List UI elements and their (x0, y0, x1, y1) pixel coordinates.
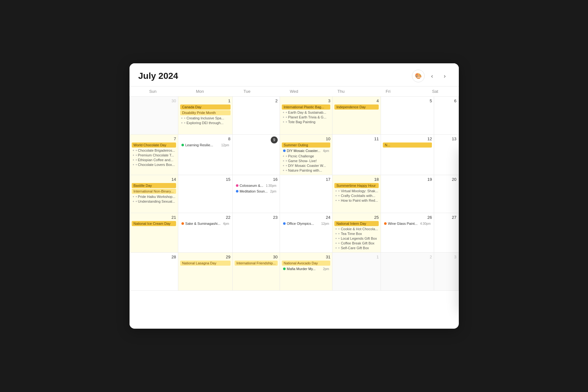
calendar-cell[interactable]: 28 (130, 253, 178, 291)
event-item[interactable]: ✦Crafty Cocktails with... (334, 193, 379, 198)
day-headers-row: Sun Mon Tue Wed Thu Fri Sat (130, 86, 459, 97)
calendar-cell[interactable]: 30 (130, 97, 178, 135)
event-timed[interactable]: Office Olympics...12pm (282, 221, 331, 226)
event-timed[interactable]: Learning Resilie...12pm (180, 142, 231, 148)
event-item[interactable]: ✦Earth Day & Sustainab... (282, 110, 331, 115)
calendar-cell[interactable]: 20 (434, 175, 458, 213)
calendar-cell[interactable]: 15 (178, 175, 233, 213)
event-timed[interactable]: Wine Glass Paint...4:30pm (383, 221, 432, 226)
event-item[interactable]: ✦Premium Chocolate T... (132, 153, 176, 157)
next-month-button[interactable]: › (440, 71, 450, 81)
event-item[interactable]: ✦How to Paint with Red... (334, 198, 379, 203)
prev-month-button[interactable]: ‹ (427, 71, 437, 81)
event-item[interactable]: ✦Coffee Break Gift Box (334, 241, 379, 245)
calendar-cell[interactable]: 7World Chocolate Day✦Chocolate Brigadeir… (130, 135, 178, 175)
event-tag[interactable]: World Chocolate Day (132, 142, 176, 148)
calendar-cell[interactable]: 4Independence Day (332, 97, 381, 135)
event-timed[interactable]: Sake & Suminagashi...4pm (180, 221, 231, 226)
event-tag[interactable]: National Lasagna Day (180, 261, 231, 266)
app-container: July 2024 🎨 ‹ › Sun Mon Tue Wed Thu Fri … (130, 63, 459, 329)
event-tag[interactable]: Disability Pride Month (180, 110, 231, 115)
event-tag[interactable]: International Plastic Bag... (282, 104, 331, 110)
day-header-tue: Tue (224, 86, 271, 96)
calendar-cell[interactable]: 11 (332, 135, 381, 175)
event-item[interactable]: ✦Ethiopian Coffee and... (132, 158, 176, 162)
event-item[interactable]: ✦Cookie & Hot Chocola... (334, 227, 379, 231)
event-item[interactable]: ✦Nature Painting with... (282, 168, 331, 173)
calendar-cell[interactable]: 27 (434, 213, 458, 253)
event-item[interactable]: ✦Self-Care Gift Box (334, 246, 379, 250)
calendar-cell[interactable]: 31National Avocado DayMafia Murder My...… (280, 253, 333, 291)
event-item[interactable]: ✦Local Legends Gift Box (334, 236, 379, 241)
calendar-cell[interactable]: 22Sake & Suminagashi...4pm (178, 213, 233, 253)
calendar-cell[interactable]: 3 (434, 253, 458, 291)
event-item[interactable]: ✦Tote Bag Painting (282, 120, 331, 124)
calendar-cell[interactable]: 19 (381, 175, 434, 213)
event-item[interactable]: ✦DIY Mosaic Coaster W... (282, 163, 331, 168)
calendar-cell[interactable]: 18Summertime Happy Hour✦Virtual Mixology… (332, 175, 381, 213)
calendar-cell[interactable]: 21National Ice Cream Day (130, 213, 178, 253)
header-controls: 🎨 ‹ › (412, 70, 450, 82)
event-item[interactable]: ✦Virtual Mixology: Shak... (334, 189, 379, 193)
calendar-header: July 2024 🎨 ‹ › (130, 63, 459, 86)
event-tag[interactable]: N... (383, 142, 432, 148)
day-header-mon: Mon (176, 86, 224, 96)
calendar-cell[interactable]: 1 (332, 253, 381, 291)
calendar-cell[interactable]: 2 (233, 97, 280, 135)
calendar-cell[interactable]: 26Wine Glass Paint...4:30pm (381, 213, 434, 253)
calendar-cell[interactable]: 10Summer OutingDIY Mosaic Coaster...4pm✦… (280, 135, 333, 175)
calendar-cell[interactable]: 9 (233, 135, 280, 175)
event-item[interactable]: ✦Chocolate Lovers Box... (132, 162, 176, 167)
event-item[interactable]: ✦Pride Haiku Workshop... (132, 194, 176, 199)
event-timed[interactable]: DIY Mosaic Coaster...4pm (282, 148, 331, 153)
event-item[interactable]: ✦Planet Earth Trivia & G... (282, 115, 331, 119)
event-item[interactable]: ✦Tea Time Box (334, 231, 379, 236)
event-item[interactable]: ✦Chocolate Brigadeiros... (132, 148, 176, 153)
event-tag[interactable]: Summertime Happy Hour (334, 183, 379, 188)
event-tag[interactable]: Canada Day (180, 104, 231, 110)
calendar-cell[interactable]: 25National Intern Day✦Cookie & Hot Choco… (332, 213, 381, 253)
calendar-cell[interactable]: 1Canada DayDisability Pride Month✦Creati… (178, 97, 233, 135)
event-tag[interactable]: International Friendship... (235, 261, 278, 266)
event-tag[interactable]: National Avocado Day (282, 261, 331, 266)
palette-button[interactable]: 🎨 (412, 70, 425, 82)
calendar-cell[interactable]: 30International Friendship... (233, 253, 280, 291)
day-header-thu: Thu (318, 86, 365, 96)
event-timed[interactable]: Meditation Soun...2pm (235, 189, 278, 194)
event-item[interactable]: ✦Exploring DEI through... (180, 121, 231, 125)
event-item[interactable]: ✦Creating Inclusive Spa... (180, 116, 231, 120)
event-timed[interactable]: Mafia Murder My...2pm (282, 266, 331, 271)
calendar-cell[interactable]: 5 (381, 97, 434, 135)
calendar-title: July 2024 (138, 71, 178, 81)
event-tag[interactable]: National Intern Day (334, 221, 379, 226)
calendar-cell[interactable]: 8Learning Resilie...12pm (178, 135, 233, 175)
day-header-sun: Sun (130, 86, 177, 96)
day-header-fri: Fri (364, 86, 412, 96)
event-timed[interactable]: Colosseum &...1:30pm (235, 183, 278, 188)
calendar-cell[interactable]: 29National Lasagna Day (178, 253, 233, 291)
event-item[interactable]: ✦Picnic Challenge (282, 154, 331, 158)
calendar-cell[interactable]: 23 (233, 213, 280, 253)
calendar-wrapper: July 2024 🎨 ‹ › Sun Mon Tue Wed Thu Fri … (130, 63, 459, 329)
event-tag[interactable]: National Ice Cream Day (132, 221, 176, 226)
calendar-cell[interactable]: 13 (434, 135, 458, 175)
event-tag[interactable]: International Non-Binary... (132, 189, 176, 194)
day-header-sat: Sat (412, 86, 459, 96)
day-header-wed: Wed (270, 86, 318, 96)
event-tag[interactable]: Summer Outing (282, 142, 331, 148)
event-tag[interactable]: Independence Day (334, 104, 379, 110)
event-item[interactable]: ✦Game Show- Live! (282, 159, 331, 163)
calendar-cell[interactable]: 17 (280, 175, 333, 213)
calendar-cell[interactable]: 6 (434, 97, 458, 135)
event-tag[interactable]: Bastille Day (132, 183, 176, 188)
calendar-cell[interactable]: 16Colosseum &...1:30pmMeditation Soun...… (233, 175, 280, 213)
calendar-grid: 301Canada DayDisability Pride Month✦Crea… (130, 97, 459, 329)
calendar-cell[interactable]: 24Office Olympics...12pm (280, 213, 333, 253)
calendar-cell[interactable]: 2 (381, 253, 434, 291)
calendar-cell[interactable]: 14Bastille DayInternational Non-Binary..… (130, 175, 178, 213)
event-item[interactable]: ✦Understanding Sexual... (132, 199, 176, 204)
calendar-cell[interactable]: 12N... (381, 135, 434, 175)
calendar-cell[interactable]: 3International Plastic Bag...✦Earth Day … (280, 97, 333, 135)
